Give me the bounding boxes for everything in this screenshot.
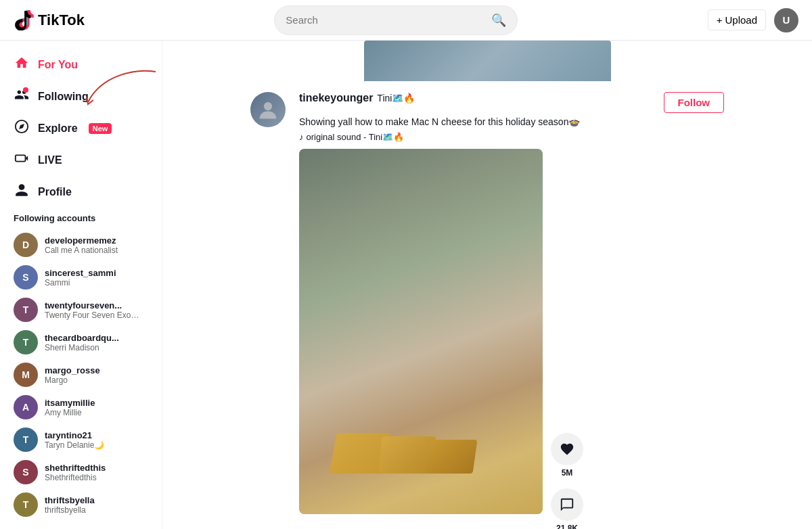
sidebar: For You Following Explore New <box>0 41 162 529</box>
video-preview-top <box>250 41 724 81</box>
account-info-shethriftedthis: shethriftedthis Shethriftedthis <box>45 463 106 482</box>
logo[interactable]: TikTok <box>14 10 85 30</box>
account-info-developermemez: developermemez Call me A nationalist <box>45 235 118 255</box>
sidebar-item-following[interactable]: Following <box>5 80 156 112</box>
explore-new-badge: New <box>89 123 112 134</box>
account-avatar-sincerest-sammi: S <box>14 265 38 290</box>
following-accounts-section: Following accounts D developermemez Call… <box>5 208 156 526</box>
main-content: tinekeyounger Tini🗺️🔥 Follow Showing yal… <box>162 41 812 529</box>
account-info-sincerest-sammi: sincerest_sammi Sammi <box>45 268 116 288</box>
nav-menu: For You Following Explore New <box>5 49 156 208</box>
account-username: thecardboardqu... <box>45 333 119 343</box>
comment-button[interactable]: 21.8K <box>551 488 583 529</box>
account-display: Call me A nationalist <box>45 246 118 255</box>
account-username: itsamymillie <box>45 398 95 408</box>
account-item-shethriftedthis[interactable]: S shethriftedthis Shethriftedthis <box>14 456 148 488</box>
account-item-developermemez[interactable]: D developermemez Call me A nationalist <box>14 229 148 261</box>
svg-rect-1 <box>16 155 26 161</box>
account-avatar-developermemez: D <box>14 233 38 257</box>
preview-thumbnail <box>364 41 611 81</box>
like-count: 5M <box>562 468 573 478</box>
tiktok-logo-icon <box>14 10 34 30</box>
account-item-itsamymillie[interactable]: A itsamymillie Amy Millie <box>14 391 148 423</box>
home-icon <box>14 55 30 74</box>
account-avatar-shethriftedthis: S <box>14 460 38 484</box>
following-notification-dot <box>23 87 28 93</box>
account-username: margo_rosse <box>45 365 100 375</box>
account-info-thriftsbyella: thriftsbyella thriftsbyella <box>45 495 95 515</box>
author-display: Tini🗺️🔥 <box>377 93 415 104</box>
video-actions: 5M 21.8K <box>551 149 583 529</box>
main-layout: For You Following Explore New <box>0 41 812 529</box>
comment-icon-circle <box>551 488 583 521</box>
search-bar: 🔍 <box>274 5 518 35</box>
svg-point-3 <box>264 102 272 110</box>
cheese-overlay <box>333 392 509 474</box>
account-username: developermemez <box>45 235 118 246</box>
user-initial: U <box>783 14 790 26</box>
account-username: taryntino21 <box>45 430 104 440</box>
live-icon <box>14 151 30 169</box>
account-display: thriftsbyella <box>45 505 95 515</box>
video-header: tinekeyounger Tini🗺️🔥 Follow <box>299 92 724 113</box>
sidebar-item-live[interactable]: LIVE <box>5 144 156 176</box>
account-display: Sammi <box>45 278 116 288</box>
upload-button[interactable]: + Upload <box>708 9 766 30</box>
account-display: Twenty Four Seven Exoti... <box>45 310 139 320</box>
account-avatar-taryntino21: T <box>14 428 38 452</box>
author-avatar[interactable] <box>250 92 286 127</box>
sidebar-item-explore[interactable]: Explore New <box>5 112 156 144</box>
account-info-twentyfourseven: twentyfourseven... Twenty Four Seven Exo… <box>45 300 139 320</box>
account-avatar-itsamymillie: A <box>14 395 38 419</box>
header: TikTok 🔍 + Upload U <box>0 0 812 41</box>
plus-icon: + <box>717 14 723 26</box>
account-avatar-twentyfourseven: T <box>14 298 38 322</box>
account-display: Amy Millie <box>45 408 95 417</box>
account-item-taryntino21[interactable]: T taryntino21 Taryn Delanie🌙 <box>14 423 148 456</box>
profile-icon <box>14 183 30 201</box>
video-main: tinekeyounger Tini🗺️🔥 Follow Showing yal… <box>299 92 724 529</box>
sound-icon: ♪ <box>299 132 304 142</box>
search-input[interactable] <box>286 14 491 26</box>
video-description: Showing yall how to make Mac N cheese fo… <box>299 116 724 129</box>
follow-button[interactable]: Follow <box>664 92 725 113</box>
account-display: Sherri Madison <box>45 343 119 352</box>
search-icon[interactable]: 🔍 <box>491 13 506 28</box>
account-username: shethriftedthis <box>45 463 106 473</box>
account-username: sincerest_sammi <box>45 268 116 278</box>
account-display: Shethriftedthis <box>45 473 106 482</box>
video-thumbnail[interactable] <box>299 149 543 514</box>
account-info-itsamymillie: itsamymillie Amy Millie <box>45 398 95 417</box>
account-avatar-thriftsbyella: T <box>14 492 38 517</box>
account-display: Taryn Delanie🌙 <box>45 440 104 450</box>
account-item-margo-rosse[interactable]: M margo_rosse Margo <box>14 359 148 391</box>
author-username[interactable]: tinekeyounger <box>299 92 373 104</box>
account-avatar-margo-rosse: M <box>14 363 38 387</box>
video-card: tinekeyounger Tini🗺️🔥 Follow Showing yal… <box>250 81 724 529</box>
upload-label: Upload <box>725 14 757 26</box>
logo-text: TikTok <box>38 12 85 29</box>
account-item-thriftsbyella[interactable]: T thriftsbyella thriftsbyella <box>14 488 148 521</box>
account-username: twentyfourseven... <box>45 300 139 310</box>
account-info-margo-rosse: margo_rosse Margo <box>45 365 100 385</box>
account-avatar-thecardboardqu: T <box>14 330 38 354</box>
account-item-sincerest-sammi[interactable]: S sincerest_sammi Sammi <box>14 261 148 294</box>
sidebar-item-profile[interactable]: Profile <box>5 176 156 208</box>
video-thumbnail-container: 5M 21.8K <box>299 149 724 529</box>
explore-icon <box>14 119 30 137</box>
video-author-info: tinekeyounger Tini🗺️🔥 <box>299 92 415 104</box>
account-info-taryntino21: taryntino21 Taryn Delanie🌙 <box>45 430 104 450</box>
video-sound[interactable]: ♪ original sound - Tini🗺️🔥 <box>299 132 724 142</box>
account-display: Margo <box>45 375 100 385</box>
account-item-twentyfourseven[interactable]: T twentyfourseven... Twenty Four Seven E… <box>14 294 148 326</box>
account-info-thecardboardqu: thecardboardqu... Sherri Madison <box>45 333 119 352</box>
avatar[interactable]: U <box>774 8 798 32</box>
header-right: + Upload U <box>708 8 798 32</box>
sidebar-item-for-you[interactable]: For You <box>5 49 156 80</box>
account-item-thecardboardqu[interactable]: T thecardboardqu... Sherri Madison <box>14 326 148 359</box>
sound-text: original sound - Tini🗺️🔥 <box>307 132 405 142</box>
like-icon-circle <box>551 433 583 465</box>
comment-count: 21.8K <box>556 524 578 529</box>
following-accounts-title: Following accounts <box>14 213 148 223</box>
like-button[interactable]: 5M <box>551 433 583 478</box>
